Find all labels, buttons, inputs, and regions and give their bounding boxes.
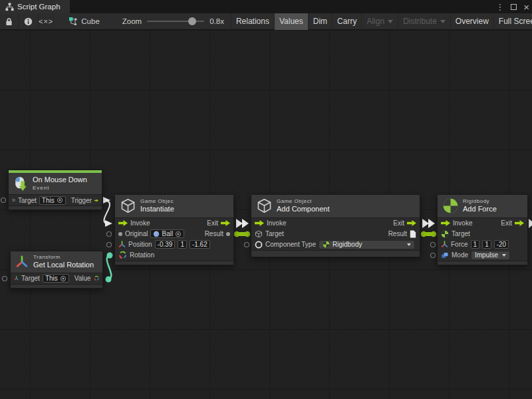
- invoke-flow-port[interactable]: [255, 220, 264, 226]
- node-title: On Mouse Down: [33, 176, 87, 185]
- flow-connection-icon[interactable]: [428, 219, 435, 228]
- node-on-mouse-down[interactable]: On Mouse Down Event Target This: [8, 170, 102, 210]
- maximize-icon[interactable]: [511, 4, 517, 10]
- node-header[interactable]: Transform Get Local Rotation: [11, 251, 102, 273]
- graph-reference[interactable]: Cube: [68, 17, 100, 26]
- node-get-local-rotation[interactable]: Transform Get Local Rotation Target: [10, 251, 103, 289]
- flow-connection-icon[interactable]: [236, 219, 243, 228]
- exit-flow-port[interactable]: [515, 220, 524, 226]
- document-icon[interactable]: [410, 230, 416, 238]
- object-picker-icon[interactable]: [57, 197, 63, 203]
- result-value-port[interactable]: [226, 232, 230, 236]
- node-footer: [9, 205, 102, 209]
- object-picker-icon[interactable]: [175, 231, 182, 237]
- tab-script-graph[interactable]: Script Graph: [0, 0, 70, 13]
- wire-endpoint: [107, 253, 113, 259]
- port-add-force-mode[interactable]: [431, 253, 436, 258]
- values-button[interactable]: Values: [274, 13, 308, 30]
- port-label: Target: [265, 230, 284, 237]
- port-on-mouse-down-target[interactable]: [1, 198, 6, 203]
- position-y-field[interactable]: 1: [178, 240, 187, 249]
- node-footer: [11, 284, 102, 288]
- position-z-field[interactable]: -1.62: [190, 240, 210, 249]
- dropdown-caret-icon: [502, 254, 506, 257]
- node-header[interactable]: Game Object Add Component: [251, 195, 420, 217]
- menu-dots-icon[interactable]: ⋮: [495, 3, 504, 11]
- wire-value-to-rotation[interactable]: [107, 255, 112, 279]
- zoom-slider-knob[interactable]: [188, 17, 196, 25]
- transform-icon: [15, 255, 29, 269]
- mode-dropdown[interactable]: Impulse: [471, 251, 510, 260]
- node-add-component[interactable]: Game Object Add Component Invoke Exit Ta…: [251, 194, 420, 257]
- vector3-icon: [118, 241, 126, 248]
- overview-button[interactable]: Overview: [450, 13, 493, 30]
- zoom-control: Zoom 0.8x: [122, 17, 224, 25]
- wire-trigger-to-invoke[interactable]: [104, 201, 110, 223]
- exit-flow-port[interactable]: [407, 220, 416, 226]
- fullscreen-button[interactable]: Full Screen: [493, 13, 532, 30]
- port-label: Original: [125, 230, 148, 237]
- invoke-flow-port[interactable]: [118, 220, 128, 226]
- force-z-field[interactable]: -20: [494, 240, 509, 249]
- code-icon: <×>: [39, 17, 53, 25]
- mouse-down-icon: [13, 176, 28, 192]
- info-icon: [24, 17, 33, 26]
- invoke-flow-port[interactable]: [441, 220, 450, 226]
- info-button[interactable]: [19, 13, 39, 30]
- port-add-component-type[interactable]: [245, 243, 249, 247]
- port-label: Result: [205, 230, 223, 237]
- distribute-button[interactable]: Distribute: [398, 13, 450, 30]
- tab-bar: Script Graph ⋮ ×: [0, 0, 532, 13]
- close-icon[interactable]: ×: [523, 2, 529, 12]
- carry-button[interactable]: Carry: [332, 13, 361, 30]
- relations-button[interactable]: Relations: [231, 13, 274, 30]
- node-header[interactable]: Game Objec Instantiate: [115, 195, 233, 217]
- chevron-down-icon: [388, 20, 393, 23]
- target-object-field[interactable]: This: [39, 196, 66, 205]
- port-instantiate-position[interactable]: [107, 243, 112, 247]
- code-view-button[interactable]: <×>: [39, 13, 54, 30]
- rotation-value-port[interactable]: [94, 274, 99, 283]
- port-get-local-rotation-target[interactable]: [3, 277, 7, 281]
- node-header[interactable]: Rigidbody Add Force: [438, 195, 527, 217]
- port-label: Invoke: [267, 219, 286, 227]
- node-footer: [115, 261, 233, 265]
- rigidbody-icon: [443, 198, 458, 213]
- zoom-slider[interactable]: [147, 21, 204, 22]
- node-category: Game Objec: [140, 198, 174, 205]
- game-object-cube-icon: [257, 198, 272, 213]
- force-y-field[interactable]: 1: [482, 240, 491, 249]
- node-header[interactable]: On Mouse Down Event: [9, 173, 102, 194]
- port-add-force-force[interactable]: [431, 243, 436, 247]
- chevron-down-icon: [440, 20, 446, 23]
- object-picker-icon[interactable]: [60, 275, 66, 282]
- enum-icon: [441, 251, 449, 259]
- port-label: Exit: [501, 219, 512, 227]
- node-title: Add Force: [463, 205, 497, 214]
- toolbar-buttons: Relations Values Dim Carry Align Distrib…: [231, 13, 532, 30]
- port-label: Position: [128, 241, 152, 248]
- exit-flow-port[interactable]: [221, 220, 230, 226]
- game-object-icon: [12, 196, 15, 204]
- transform-icon: [14, 275, 19, 282]
- flow-connection-icon[interactable]: [422, 219, 429, 228]
- port-label: Invoke: [130, 219, 150, 227]
- trigger-flow-port[interactable]: [94, 198, 98, 203]
- position-x-field[interactable]: -0.39: [155, 240, 176, 249]
- original-object-field[interactable]: Ball: [150, 229, 184, 238]
- align-button[interactable]: Align: [361, 13, 398, 30]
- node-instantiate[interactable]: Game Objec Instantiate Invoke Exit Origi…: [114, 194, 234, 265]
- graph-canvas[interactable]: On Mouse Down Event Target This: [0, 30, 532, 399]
- port-label: Mode: [452, 251, 468, 259]
- zoom-value: 0.8x: [209, 17, 224, 25]
- node-add-force[interactable]: Rigidbody Add Force Invoke Exit: [437, 194, 528, 265]
- dim-button[interactable]: Dim: [308, 13, 332, 30]
- component-type-dropdown[interactable]: Rigidbody: [319, 240, 415, 249]
- force-x-field[interactable]: 1: [471, 240, 480, 249]
- flow-connection-icon[interactable]: [242, 219, 249, 228]
- port-instantiate-original[interactable]: [107, 232, 112, 237]
- tab-title: Script Graph: [17, 3, 61, 11]
- value-connection-endpoint: [245, 231, 250, 237]
- target-object-field[interactable]: This: [43, 274, 69, 283]
- lock-button[interactable]: [0, 13, 19, 30]
